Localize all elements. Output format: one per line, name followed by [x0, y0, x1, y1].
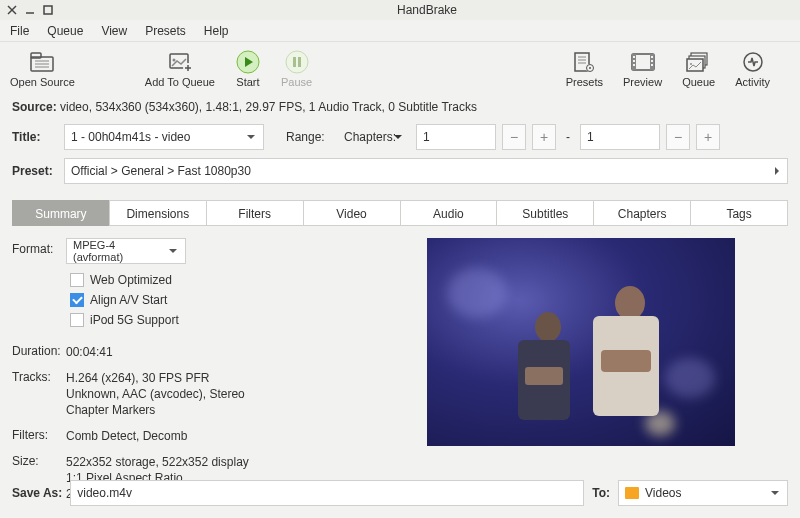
tabs: Summary Dimensions Filters Video Audio S…: [12, 200, 788, 226]
preset-label: Preset:: [12, 164, 58, 178]
to-label: To:: [592, 486, 610, 500]
tracks-value: H.264 (x264), 30 FPS PFR Unknown, AAC (a…: [66, 370, 362, 418]
menu-queue[interactable]: Queue: [47, 24, 83, 38]
source-info: Source: video, 534x360 (534x360), 1.48:1…: [0, 90, 800, 120]
range-to-input[interactable]: 1: [580, 124, 660, 150]
tab-dimensions[interactable]: Dimensions: [109, 200, 207, 226]
add-to-queue-button[interactable]: Add To Queue: [145, 50, 215, 88]
save-as-label: Save As:: [12, 486, 62, 500]
menu-file[interactable]: File: [10, 24, 29, 38]
format-select[interactable]: MPEG-4 (avformat): [66, 238, 186, 264]
window-maximize-icon[interactable]: [42, 4, 54, 16]
svg-rect-29: [633, 56, 635, 58]
preset-select[interactable]: Official > General > Fast 1080p30: [64, 158, 788, 184]
svg-rect-18: [298, 57, 301, 67]
preview-icon: [630, 50, 656, 74]
tab-filters[interactable]: Filters: [206, 200, 304, 226]
start-icon: [235, 50, 261, 74]
folder-icon: [625, 487, 639, 499]
window-minimize-icon[interactable]: [24, 4, 36, 16]
tab-video[interactable]: Video: [303, 200, 401, 226]
save-as-input[interactable]: video.m4v: [70, 480, 584, 506]
title-label: Title:: [12, 130, 58, 144]
svg-rect-5: [31, 53, 41, 58]
range-from-input[interactable]: 1: [416, 124, 496, 150]
tab-chapters[interactable]: Chapters: [593, 200, 691, 226]
svg-rect-34: [651, 64, 653, 66]
tab-tags[interactable]: Tags: [690, 200, 788, 226]
svg-rect-31: [633, 64, 635, 66]
presets-button[interactable]: Presets: [566, 50, 603, 88]
start-button[interactable]: Start: [235, 50, 261, 88]
svg-point-38: [690, 63, 692, 65]
ipod-checkbox[interactable]: iPod 5G Support: [70, 310, 362, 330]
svg-rect-32: [651, 56, 653, 58]
range-label: Range:: [286, 130, 332, 144]
destination-select[interactable]: Videos: [618, 480, 788, 506]
window-titlebar: HandBrake: [0, 0, 800, 20]
range-mode-select[interactable]: Chapters:: [338, 124, 410, 150]
queue-icon: [686, 50, 712, 74]
svg-rect-33: [651, 60, 653, 62]
tab-summary[interactable]: Summary: [12, 200, 110, 226]
pause-icon: [284, 50, 310, 74]
svg-point-16: [286, 51, 308, 73]
menu-view[interactable]: View: [101, 24, 127, 38]
preview-button[interactable]: Preview: [623, 50, 662, 88]
activity-icon: [740, 50, 766, 74]
filters-value: Comb Detect, Decomb: [66, 428, 362, 444]
svg-rect-3: [44, 6, 52, 14]
tab-subtitles[interactable]: Subtitles: [496, 200, 594, 226]
range-to-plus[interactable]: +: [696, 124, 720, 150]
add-to-queue-icon: [167, 50, 193, 74]
web-optimized-checkbox[interactable]: Web Optimized: [70, 270, 362, 290]
menubar: File Queue View Presets Help: [0, 20, 800, 42]
range-to-minus[interactable]: −: [666, 124, 690, 150]
video-preview: [427, 238, 735, 446]
window-close-icon[interactable]: [6, 4, 18, 16]
open-source-icon: [29, 50, 55, 74]
presets-icon: [571, 50, 597, 74]
toolbar: Open Source Add To Queue Start Pause Pre…: [0, 42, 800, 90]
menu-help[interactable]: Help: [204, 24, 229, 38]
duration-value: 00:04:41: [66, 344, 362, 360]
format-label: Format:: [12, 238, 66, 256]
activity-button[interactable]: Activity: [735, 50, 770, 88]
window-title: HandBrake: [397, 3, 457, 17]
menu-presets[interactable]: Presets: [145, 24, 186, 38]
queue-button[interactable]: Queue: [682, 50, 715, 88]
svg-rect-30: [633, 60, 635, 62]
title-select[interactable]: 1 - 00h04m41s - video: [64, 124, 264, 150]
range-from-plus[interactable]: +: [532, 124, 556, 150]
tab-audio[interactable]: Audio: [400, 200, 498, 226]
svg-point-25: [589, 67, 591, 69]
svg-point-10: [172, 59, 175, 62]
pause-button: Pause: [281, 50, 312, 88]
open-source-button[interactable]: Open Source: [10, 50, 75, 88]
align-av-checkbox[interactable]: Align A/V Start: [70, 290, 362, 310]
range-from-minus[interactable]: −: [502, 124, 526, 150]
svg-rect-17: [293, 57, 296, 67]
